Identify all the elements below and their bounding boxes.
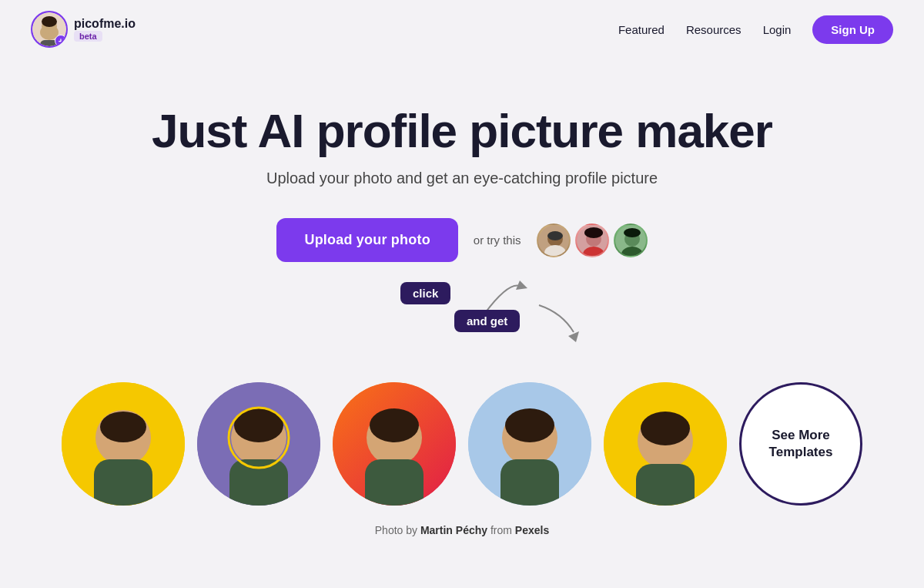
sample-avatar-3[interactable] — [614, 223, 648, 257]
arrow-down-svg — [531, 297, 585, 344]
login-link[interactable]: Login — [763, 23, 792, 36]
get-label: and get — [454, 310, 520, 332]
credit-author: Martin Péchy — [420, 524, 487, 536]
sample-avatar-1[interactable] — [537, 223, 571, 257]
svg-point-21 — [100, 412, 146, 442]
hero-section: Just AI profile picture maker Upload you… — [0, 59, 924, 375]
svg-rect-35 — [500, 459, 559, 506]
see-more-text: See More Templates — [769, 427, 833, 461]
template-face-5 — [604, 382, 727, 506]
hero-subtitle: Upload your photo and get an eye-catchin… — [15, 170, 909, 187]
nav-logo-area: + picofme.io beta — [31, 11, 136, 48]
svg-point-38 — [641, 412, 690, 445]
navbar: + picofme.io beta Featured Resources Log… — [0, 0, 924, 59]
svg-point-34 — [505, 408, 554, 442]
svg-point-7 — [547, 231, 563, 240]
signup-button[interactable]: Sign Up — [812, 15, 893, 44]
template-face-2 — [197, 382, 320, 506]
see-more-templates[interactable]: See More Templates — [739, 382, 862, 506]
template-face-4 — [468, 382, 591, 506]
upload-button[interactable]: Upload your photo — [276, 218, 457, 262]
resources-link[interactable]: Resources — [686, 23, 742, 36]
credit-source: Pexels — [515, 524, 549, 536]
photo-credit: Photo by Martin Péchy from Pexels — [0, 524, 924, 552]
beta-badge: beta — [74, 31, 102, 42]
svg-point-15 — [624, 228, 641, 237]
template-face-3 — [333, 382, 456, 506]
sample-avatars — [537, 223, 648, 257]
arrows-section: click and get — [15, 274, 909, 359]
template-circle-4[interactable] — [468, 382, 591, 506]
svg-point-11 — [584, 227, 603, 238]
svg-marker-18 — [568, 331, 579, 342]
click-label: click — [400, 282, 450, 304]
see-more-line2: Templates — [769, 445, 833, 459]
hero-title: Just AI profile picture maker — [15, 105, 909, 157]
or-try-text: or try this — [474, 234, 521, 247]
logo-avatar[interactable]: + — [31, 11, 68, 48]
nav-links: Featured Resources Login Sign Up — [618, 15, 893, 44]
logo-text-wrap: picofme.io beta — [74, 17, 136, 42]
featured-link[interactable]: Featured — [618, 23, 665, 36]
credit-text-middle: from — [487, 524, 515, 536]
sample-avatar-2[interactable] — [575, 223, 609, 257]
logo-plus-icon: + — [55, 35, 67, 47]
see-more-line1: See More — [772, 428, 830, 442]
template-circle-1[interactable] — [62, 382, 185, 506]
svg-point-3 — [42, 16, 57, 27]
template-circle-3[interactable] — [333, 382, 456, 506]
template-circle-5[interactable] — [604, 382, 727, 506]
logo-text: picofme.io — [74, 17, 136, 31]
template-circle-2[interactable] — [197, 382, 320, 506]
svg-rect-26 — [229, 459, 288, 506]
upload-row: Upload your photo or try this — [15, 218, 909, 262]
svg-rect-39 — [636, 464, 695, 506]
credit-text-before: Photo by — [375, 524, 420, 536]
svg-rect-22 — [94, 459, 152, 506]
templates-row: See More Templates — [0, 375, 924, 513]
svg-point-30 — [370, 408, 419, 442]
template-face-1 — [62, 382, 185, 506]
svg-rect-31 — [365, 459, 424, 506]
